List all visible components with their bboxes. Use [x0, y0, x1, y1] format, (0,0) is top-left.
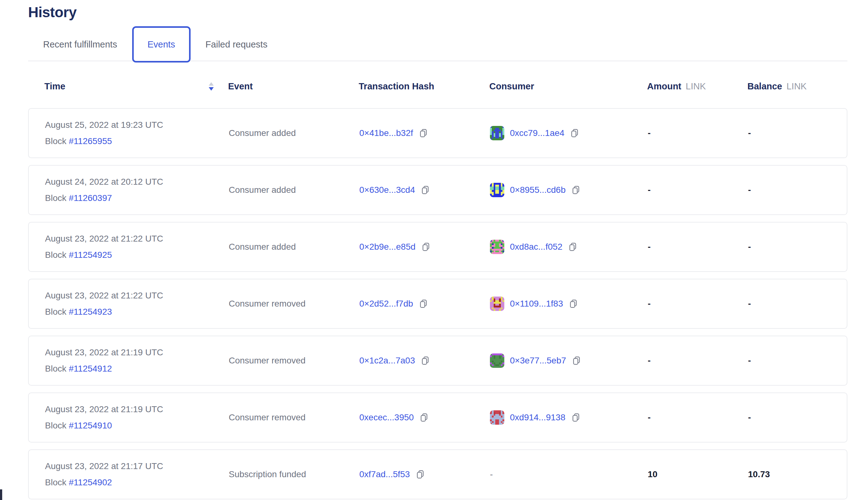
column-header-transaction-hash: Transaction Hash [359, 81, 489, 92]
tab-recent-fulfillments[interactable]: Recent fulfillments [43, 39, 117, 50]
history-page: History Recent fulfillments Events Faile… [0, 0, 868, 499]
block-number-link[interactable]: #11260397 [69, 193, 112, 203]
copy-icon[interactable] [415, 470, 425, 479]
event-timestamp: August 23, 2022 at 21:22 UTC [45, 234, 229, 244]
column-header-consumer: Consumer [489, 81, 647, 92]
balance-value: - [748, 299, 847, 309]
transaction-hash-cell: 0×1c2a...7a03 [359, 356, 490, 366]
time-cell: August 23, 2022 at 21:22 UTC Block #1125… [29, 291, 229, 317]
event-row: August 23, 2022 at 21:19 UTC Block #1125… [28, 393, 847, 443]
event-type: Consumer added [229, 242, 359, 252]
transaction-hash-link[interactable]: 0×1c2a...7a03 [359, 356, 415, 366]
amount-unit-label: LINK [686, 81, 706, 91]
block-number-link[interactable]: #11265955 [69, 136, 112, 146]
amount-value: - [648, 128, 748, 138]
transaction-hash-link[interactable]: 0×41be...b32f [359, 128, 413, 138]
column-header-balance: BalanceLINK [747, 81, 847, 92]
consumer-address-link[interactable]: 0×8955...cd6b [510, 185, 566, 195]
sort-desc-arrow-icon [209, 87, 214, 91]
copy-icon[interactable] [419, 413, 429, 422]
time-cell: August 25, 2022 at 19:23 UTC Block #1126… [29, 120, 229, 146]
consumer-cell: 0xd8ac...f052 [490, 240, 648, 254]
copy-icon[interactable] [570, 128, 579, 138]
event-row: August 23, 2022 at 21:19 UTC Block #1125… [28, 336, 847, 386]
consumer-avatar [490, 126, 504, 140]
block-label: Block [45, 364, 66, 373]
copy-icon[interactable] [568, 242, 578, 252]
balance-value: 10.73 [748, 469, 847, 479]
consumer-address-link[interactable]: 0xcc79...1ae4 [510, 128, 564, 138]
event-timestamp: August 25, 2022 at 19:23 UTC [45, 120, 229, 130]
balance-value: - [748, 185, 847, 195]
block-number-link[interactable]: #11254902 [69, 477, 112, 487]
copy-icon[interactable] [421, 185, 430, 195]
block-number-link[interactable]: #11254923 [69, 307, 112, 317]
balance-value: - [748, 128, 847, 138]
transaction-hash-cell: 0×2b9e...e85d [359, 242, 490, 252]
tab-events[interactable]: Events [132, 26, 191, 62]
balance-value: - [748, 356, 847, 366]
consumer-avatar [490, 297, 504, 311]
tab-bar: Recent fulfillments Events Failed reques… [28, 24, 847, 64]
block-line: Block #11265955 [45, 136, 229, 146]
consumer-cell: 0xd914...9138 [490, 410, 648, 425]
consumer-cell: 0×8955...cd6b [490, 183, 648, 197]
consumer-cell: 0xcc79...1ae4 [490, 126, 648, 140]
event-row: August 23, 2022 at 21:22 UTC Block #1125… [28, 222, 847, 272]
block-number-link[interactable]: #11254925 [69, 250, 112, 260]
consumer-avatar [490, 183, 504, 197]
block-label: Block [45, 477, 66, 487]
consumer-address-link[interactable]: 0×1109...1f83 [510, 299, 563, 309]
balance-unit-label: LINK [786, 81, 807, 91]
amount-value: - [648, 412, 748, 422]
consumer-avatar [490, 240, 504, 254]
copy-icon[interactable] [419, 299, 428, 308]
consumer-address-link[interactable]: 0xd914...9138 [510, 412, 566, 422]
transaction-hash-link[interactable]: 0×2b9e...e85d [359, 242, 415, 252]
copy-icon[interactable] [421, 242, 431, 252]
event-type: Consumer removed [229, 412, 359, 422]
consumer-address-link[interactable]: 0×3e77...5eb7 [510, 356, 566, 366]
block-line: Block #11254902 [45, 477, 229, 488]
transaction-hash-link[interactable]: 0xecec...3950 [359, 412, 414, 422]
transaction-hash-link[interactable]: 0×630e...3cd4 [359, 185, 415, 195]
copy-icon[interactable] [571, 413, 581, 422]
amount-value: - [648, 299, 748, 309]
sort-icon[interactable] [209, 82, 214, 91]
block-line: Block #11260397 [45, 193, 229, 203]
amount-value: - [648, 242, 748, 252]
transaction-hash-link[interactable]: 0×2d52...f7db [359, 299, 413, 309]
copy-icon[interactable] [569, 299, 578, 308]
time-cell: August 24, 2022 at 20:12 UTC Block #1126… [29, 177, 229, 203]
copy-icon[interactable] [421, 356, 430, 365]
event-type: Consumer added [229, 185, 359, 195]
time-cell: August 23, 2022 at 21:17 UTC Block #1125… [29, 461, 229, 488]
consumer-avatar [490, 410, 504, 425]
block-line: Block #11254923 [45, 307, 229, 317]
block-number-link[interactable]: #11254912 [69, 364, 112, 373]
transaction-hash-cell: 0xecec...3950 [359, 412, 490, 422]
scroll-indicator[interactable] [0, 489, 2, 500]
consumer-empty-dash: - [490, 469, 493, 479]
transaction-hash-link[interactable]: 0xf7ad...5f53 [359, 469, 410, 479]
table-body: August 25, 2022 at 19:23 UTC Block #1126… [28, 108, 847, 499]
column-header-amount: AmountLINK [647, 81, 747, 92]
copy-icon[interactable] [419, 128, 428, 138]
block-label: Block [45, 136, 66, 146]
event-timestamp: August 23, 2022 at 21:19 UTC [45, 348, 229, 357]
block-label: Block [45, 421, 66, 430]
copy-icon[interactable] [572, 356, 581, 365]
event-row: August 23, 2022 at 21:17 UTC Block #1125… [28, 450, 847, 499]
event-row: August 23, 2022 at 21:22 UTC Block #1125… [28, 279, 847, 329]
block-label: Block [45, 307, 66, 317]
block-line: Block #11254912 [45, 364, 229, 374]
column-header-event: Event [228, 81, 359, 92]
amount-value: 10 [648, 469, 748, 479]
copy-icon[interactable] [571, 185, 581, 195]
consumer-cell: 0×1109...1f83 [490, 297, 648, 311]
block-number-link[interactable]: #11254910 [69, 421, 112, 430]
time-header-label: Time [44, 81, 65, 92]
consumer-address-link[interactable]: 0xd8ac...f052 [510, 242, 562, 252]
column-header-time[interactable]: Time [28, 81, 228, 92]
tab-failed-requests[interactable]: Failed requests [206, 39, 267, 50]
